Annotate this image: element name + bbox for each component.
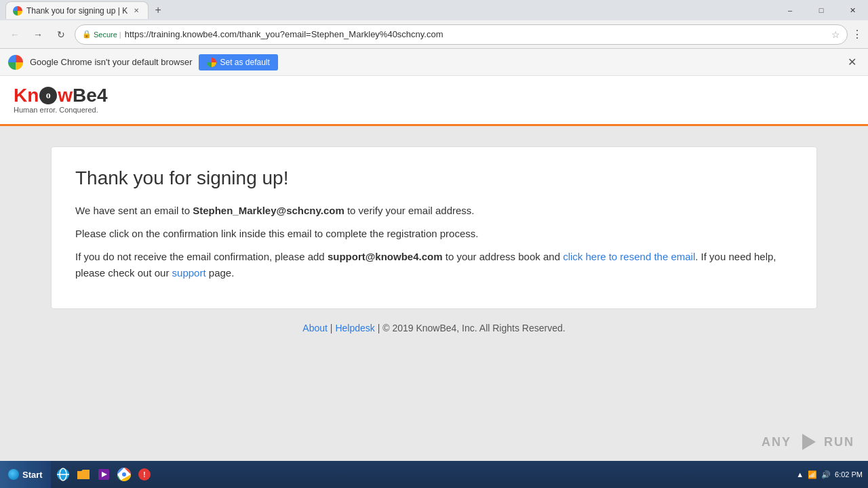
recipient-email: Stephen_Markley@schcny.com: [193, 205, 344, 216]
page-content: KnowBe4 Human error. Conquered. Thank yo…: [0, 76, 868, 461]
new-tab-button[interactable]: +: [149, 1, 167, 19]
kb4-logo: KnowBe4 Human error. Conquered.: [14, 86, 854, 114]
resend-email-link[interactable]: click here to resend the email: [563, 251, 695, 262]
support-email: support@knowbe4.com: [328, 251, 443, 262]
forward-button[interactable]: →: [28, 25, 47, 44]
tab-favicon: [13, 6, 22, 16]
email-sent-prefix: We have sent an email to: [75, 205, 193, 216]
page-heading: Thank you for signing up!: [75, 167, 793, 189]
logo-be4-text: Be4: [73, 86, 107, 105]
url-display: https://training.knowbe4.com/thank_you?e…: [125, 29, 828, 39]
anyrun-icon: [795, 430, 820, 454]
taskbar-security-icon[interactable]: !: [135, 465, 154, 484]
taskbar-ie-icon[interactable]: [54, 465, 73, 484]
chrome-logo-icon: [8, 55, 23, 70]
start-label: Start: [22, 470, 43, 480]
tab-area: Thank you for signing up | K ✕ +: [0, 0, 167, 20]
active-tab[interactable]: Thank you for signing up | K ✕: [5, 1, 149, 19]
maximize-button[interactable]: □: [806, 0, 837, 20]
copyright-text: © 2019 KnowBe4, Inc. All Rights Reserved…: [382, 323, 565, 333]
svg-text:!: !: [143, 471, 145, 479]
email-sent-suffix: to verify your email address.: [344, 205, 475, 216]
logo-circle-icon: o: [39, 87, 57, 104]
chrome-window: Thank you for signing up | K ✕ + – □ ✕ ←…: [0, 0, 868, 461]
email-sent-paragraph: We have sent an email to Stephen_Markley…: [75, 203, 793, 219]
bookmark-star-icon[interactable]: ☆: [831, 29, 840, 40]
logo-w-text: w: [58, 86, 73, 105]
minimize-button[interactable]: –: [774, 0, 806, 20]
omnibox[interactable]: 🔒 Secure | https://training.knowbe4.com/…: [75, 24, 848, 45]
chrome-menu-button[interactable]: ⋮: [852, 28, 863, 41]
taskbar-items: !: [51, 461, 791, 488]
help-paragraph: If you do not receive the email confirma…: [75, 249, 793, 281]
lock-icon: 🔒: [82, 30, 92, 39]
anyrun-text: ANY: [762, 435, 791, 449]
window-controls: – □ ✕: [774, 0, 868, 20]
set-default-button[interactable]: Set as default: [199, 54, 277, 70]
taskbar-chrome-icon[interactable]: [115, 465, 134, 484]
tab-close-button[interactable]: ✕: [132, 6, 141, 16]
reload-button[interactable]: ↻: [52, 25, 71, 44]
logo-know-text: Kn: [14, 86, 39, 105]
help-end: page.: [206, 267, 235, 279]
tab-title: Thank you for signing up | K: [26, 6, 127, 16]
taskbar-right: ▲ 📶 🔊 6:02 PM: [791, 461, 868, 488]
notification-close-button[interactable]: ✕: [844, 54, 860, 70]
ie-icon: [56, 467, 71, 482]
kb4-header: KnowBe4 Human error. Conquered.: [0, 76, 868, 126]
taskbar: Start: [0, 461, 868, 488]
start-button[interactable]: Start: [0, 461, 51, 488]
close-button[interactable]: ✕: [837, 0, 868, 20]
folder-icon: [76, 467, 91, 482]
taskbar-network-icon: 📶: [808, 470, 817, 479]
taskbar-folder-icon[interactable]: [74, 465, 93, 484]
chrome-taskbar-icon: [117, 467, 132, 482]
back-button[interactable]: ←: [5, 25, 24, 44]
support-link[interactable]: support: [172, 267, 206, 279]
svg-marker-0: [802, 434, 816, 450]
anyrun-run-text: RUN: [824, 435, 854, 449]
helpdesk-link[interactable]: Helpdesk: [335, 323, 374, 333]
taskbar-media-icon[interactable]: [94, 465, 113, 484]
title-bar: Thank you for signing up | K ✕ + – □ ✕: [0, 0, 868, 20]
help-prefix: If you do not receive the email confirma…: [75, 251, 328, 262]
notification-bar: Google Chrome isn't your default browser…: [0, 49, 868, 76]
taskbar-volume-icon: 🔊: [821, 470, 831, 479]
about-link[interactable]: About: [302, 323, 328, 333]
kb4-tagline: Human error. Conquered.: [14, 106, 854, 114]
security-icon: !: [137, 467, 152, 482]
notification-text: Google Chrome isn't your default browser: [30, 57, 192, 67]
page-footer: About | Helpdesk | © 2019 KnowBe4, Inc. …: [289, 309, 578, 347]
help-middle: to your address book and: [443, 251, 564, 262]
omnibox-bar: ← → ↻ 🔒 Secure | https://training.knowbe…: [0, 20, 868, 49]
secure-indicator: 🔒 Secure |: [82, 30, 121, 39]
anyrun-watermark: ANY RUN: [762, 430, 854, 454]
media-icon: [96, 467, 111, 482]
taskbar-time: 6:02 PM: [835, 470, 863, 479]
svg-point-8: [122, 472, 126, 476]
start-orb-icon: [8, 469, 19, 480]
main-area: Thank you for signing up! We have sent a…: [0, 126, 868, 367]
confirmation-paragraph: Please click on the confirmation link in…: [75, 226, 793, 242]
taskbar-up-arrow-icon: ▲: [796, 470, 804, 479]
content-card: Thank you for signing up! We have sent a…: [51, 146, 817, 309]
chrome-small-icon: [207, 58, 216, 67]
